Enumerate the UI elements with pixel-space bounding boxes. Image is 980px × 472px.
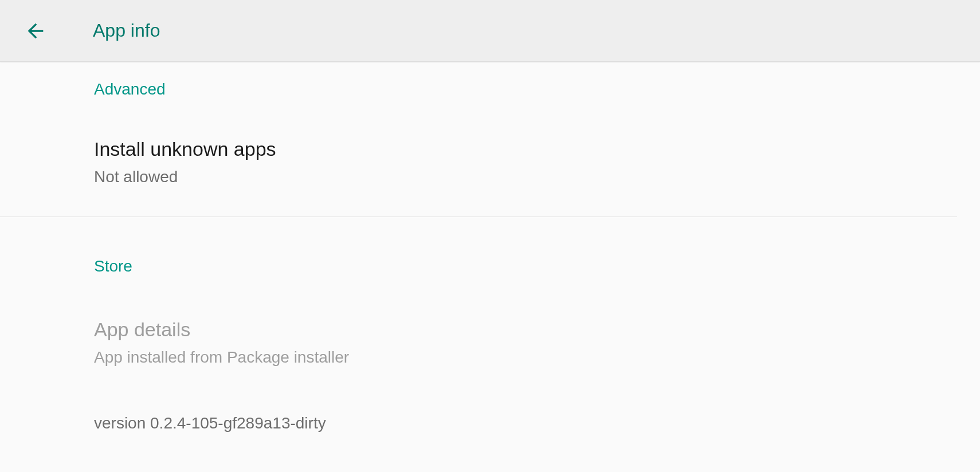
version-item: version 0.2.4-105-gf289a13-dirty (94, 389, 957, 450)
app-details-title: App details (94, 317, 957, 342)
version-text: version 0.2.4-105-gf289a13-dirty (94, 414, 957, 432)
back-button[interactable] (22, 17, 49, 45)
arrow-back-icon (24, 19, 47, 42)
section-header-advanced: Advanced (94, 62, 957, 104)
app-details-subtitle: App installed from Package installer (94, 347, 957, 368)
install-unknown-apps-item[interactable]: Install unknown apps Not allowed (94, 104, 957, 212)
app-details-item: App details App installed from Package i… (94, 281, 957, 389)
install-unknown-title: Install unknown apps (94, 136, 957, 162)
app-bar: App info (0, 0, 980, 62)
install-unknown-subtitle: Not allowed (94, 166, 957, 188)
content-area: Advanced Install unknown apps Not allowe… (0, 62, 980, 450)
page-title: App info (93, 20, 160, 41)
section-header-store: Store (94, 217, 957, 281)
